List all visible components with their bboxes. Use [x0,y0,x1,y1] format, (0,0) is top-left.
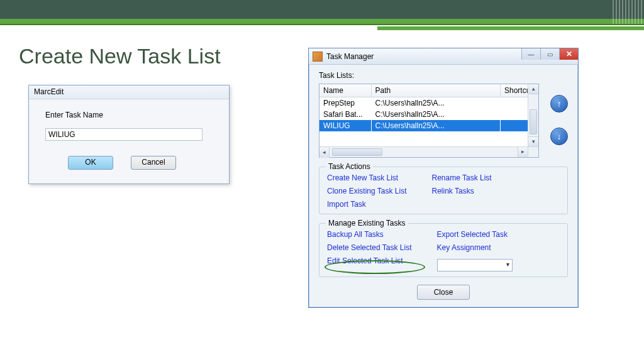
horizontal-scrollbar[interactable]: ◂ ▸ [319,146,528,157]
scroll-right-icon[interactable]: ▸ [518,147,528,157]
link-backup-all-tasks[interactable]: Backup All Tasks [327,230,412,239]
scroll-corner [528,146,538,157]
scroll-thumb[interactable] [530,109,537,134]
link-clone-existing-task-list[interactable]: Clone Existing Task List [327,187,407,195]
hscroll-thumb[interactable] [332,148,382,156]
link-key-assignment[interactable]: Key Assignment [437,243,513,252]
minimize-button[interactable]: — [521,48,540,60]
manage-tasks-legend: Manage Existing Tasks [326,219,408,228]
ok-button[interactable]: OK [68,156,113,170]
tm-title-text: Task Manager [326,52,374,61]
col-path[interactable]: Path [371,84,501,97]
key-assignment-combo[interactable] [437,259,513,272]
scroll-down-icon[interactable]: ▾ [528,136,538,146]
task-lists-label: Task Lists: [319,71,568,80]
link-create-new-task-list[interactable]: Create New Task List [327,173,407,182]
col-name[interactable]: Name [319,84,371,97]
marcedit-dialog: MarcEdit Enter Task Name OK Cancel [28,85,230,184]
link-import-task[interactable]: Import Task [327,200,407,209]
vertical-scrollbar[interactable]: ▴ ▾ [528,84,538,146]
move-up-button[interactable]: ↑ [550,95,568,112]
table-row[interactable]: Safari Bat... C:\Users\halln25\A... [319,109,538,120]
move-down-button[interactable]: ↓ [550,128,568,145]
slide-title: Create New Task List [19,44,221,69]
task-actions-group: Task Actions Create New Task List Clone … [319,167,568,214]
header-underline [377,26,644,30]
close-button[interactable]: Close [417,285,470,300]
maximize-button[interactable]: ▭ [540,48,559,60]
link-rename-task-list[interactable]: Rename Task List [432,173,492,182]
link-relink-tasks[interactable]: Relink Tasks [432,187,492,195]
task-name-label: Enter Task Name [45,111,213,119]
task-lists-table[interactable]: Name Path Shortcut PrepStep C:\Users\hal… [319,84,539,158]
window-close-button[interactable]: ✕ [559,48,578,60]
cancel-button[interactable]: Cancel [131,156,176,170]
header-accent [613,0,644,24]
app-icon [313,52,323,62]
link-export-selected-task[interactable]: Export Selected Task [437,230,513,239]
slide-header-bar [0,0,644,19]
table-row-selected[interactable]: WILIUG C:\Users\halln25\A... [319,120,538,131]
scroll-left-icon[interactable]: ◂ [319,148,330,158]
marcedit-titlebar[interactable]: MarcEdit [29,85,229,99]
task-name-input[interactable] [45,128,203,141]
task-manager-window: Task Manager — ▭ ✕ Task Lists: Name Path… [308,48,579,308]
link-delete-selected-task-list[interactable]: Delete Selected Task List [327,243,412,252]
scroll-up-icon[interactable]: ▴ [528,84,538,94]
marcedit-title-text: MarcEdit [34,87,64,96]
table-row[interactable]: PrepStep C:\Users\halln25\A... [319,97,538,109]
manage-tasks-group: Manage Existing Tasks Backup All Tasks D… [319,223,568,277]
tm-titlebar[interactable]: Task Manager — ▭ ✕ [309,48,578,65]
link-edit-selected-task-list[interactable]: Edit Selected Task List [327,256,412,265]
task-actions-legend: Task Actions [326,162,373,171]
